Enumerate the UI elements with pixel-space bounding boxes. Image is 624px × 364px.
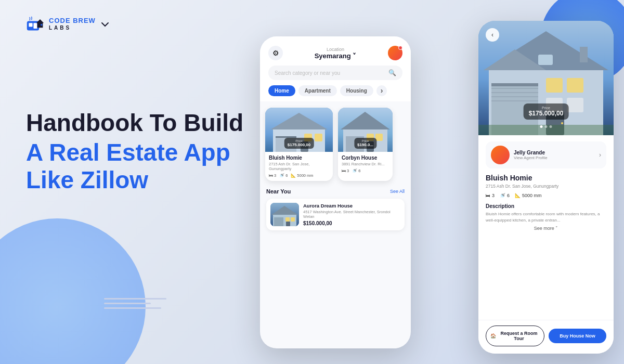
near-house-name: Aurora Dream House xyxy=(303,203,400,209)
bg-line-3 xyxy=(104,307,161,309)
user-avatar[interactable] xyxy=(388,46,402,60)
svg-rect-24 xyxy=(291,217,295,222)
svg-rect-25 xyxy=(286,222,290,226)
svg-rect-2 xyxy=(33,23,37,29)
property-cards-row: Price $175.000,00 Bluish Homie 2715 Ash … xyxy=(260,101,411,185)
search-placeholder-text: Search category or near you xyxy=(275,70,388,76)
area-icon-1: 📐 xyxy=(291,173,296,178)
bottom-actions: 🏠 Request a Room Tour Buy House Now xyxy=(478,320,614,354)
dot-1 xyxy=(540,125,543,128)
svg-point-41 xyxy=(561,122,563,124)
bg-line-1 xyxy=(104,298,166,300)
detail-prop-addr: 2715 Ash Dr. San Jose, Gunungparty xyxy=(486,184,606,189)
prop-name-2: Corbyn House xyxy=(342,155,389,161)
right-price-value: $175.000,00 xyxy=(529,110,564,117)
near-house-addr: 4517 Washington Ave. Street Manchester, … xyxy=(303,210,400,219)
prop-addr-2: 3891 Ranchview Dr. Ri... xyxy=(342,162,389,166)
gear-icon[interactable]: ⚙ xyxy=(268,46,283,60)
prop-addr-1: 2715 Ash Dr. San Jose, Gunungparty xyxy=(269,162,329,171)
detail-prop-name: Bluish Homie xyxy=(486,174,606,182)
dot-3 xyxy=(550,125,552,128)
agent-row[interactable]: Jelly Grande View Agent Profile › xyxy=(486,141,606,168)
logo-arrow-icon xyxy=(100,19,110,29)
prop-area-1: 📐 5000 mm xyxy=(291,173,313,178)
tab-housing[interactable]: Housing xyxy=(340,85,373,96)
near-you-section: Near You See All xyxy=(260,185,411,233)
svg-point-3 xyxy=(41,24,43,26)
near-house-price: $150.000,00 xyxy=(303,220,400,226)
svg-rect-37 xyxy=(567,78,583,93)
location-chevron-icon: ˅ xyxy=(353,52,356,60)
prop-beds-1: 🛏 3 xyxy=(269,173,276,178)
svg-rect-1 xyxy=(29,23,32,27)
bg-lines xyxy=(104,298,166,312)
bath-icon-2: 🚿 xyxy=(352,168,357,173)
prop-stats-1: 🛏 3 🚿 6 📐 5000 mm xyxy=(269,173,329,178)
phone-right-hero: ‹ Price $175.000,00 xyxy=(478,21,614,135)
prop-stats-2: 🛏 3 🚿 6 xyxy=(342,168,389,173)
dot-2 xyxy=(545,125,548,128)
near-you-header: Near You See All xyxy=(266,188,405,194)
prop-baths-1: 🚿 6 xyxy=(279,173,288,178)
tab-apartment[interactable]: Apartment xyxy=(298,85,337,96)
prop-beds-2: 🛏 3 xyxy=(342,168,349,173)
property-card-image-2: Price $190.0... xyxy=(338,108,393,152)
property-card-image-1: Price $175.000,00 xyxy=(265,108,333,152)
area-icon-detail: 📐 xyxy=(515,193,521,198)
near-house-illustration xyxy=(270,203,299,226)
desc-text: Bluish Homie offers comfortable room wit… xyxy=(486,211,606,224)
near-house-image xyxy=(270,203,299,226)
detail-beds: 🛏 3 xyxy=(486,193,495,198)
property-card-2[interactable]: Price $190.0... Corbyn House 3891 Ranchv… xyxy=(338,108,393,181)
dot-indicators xyxy=(540,125,552,128)
near-you-title: Near You xyxy=(266,188,291,194)
tab-home[interactable]: Home xyxy=(268,85,295,96)
svg-rect-10 xyxy=(315,134,322,141)
near-you-card[interactable]: Aurora Dream House 4517 Washington Ave. … xyxy=(266,199,405,230)
bath-icon-detail: 🚿 xyxy=(500,193,505,198)
agent-avatar xyxy=(491,146,510,164)
bed-icon-detail: 🛏 xyxy=(486,193,490,198)
svg-rect-39 xyxy=(567,98,583,112)
see-more[interactable]: See more ˅ xyxy=(486,226,606,231)
svg-rect-23 xyxy=(285,217,290,222)
phone-middle: ⚙ Location Syemarang ˅ Search category o… xyxy=(260,36,411,348)
phones-container: ⚙ Location Syemarang ˅ Search category o… xyxy=(218,21,614,359)
phone-right-body: Jelly Grande View Agent Profile › Bluish… xyxy=(478,135,614,240)
svg-rect-43 xyxy=(538,55,553,65)
svg-rect-36 xyxy=(546,78,563,93)
filter-tabs: Home Apartment Housing › xyxy=(268,85,402,96)
svg-rect-17 xyxy=(375,134,383,141)
logo-icon xyxy=(26,15,45,33)
chevron-right-icon: › xyxy=(599,151,601,159)
price-label-1: Price xyxy=(288,139,311,142)
detail-stats: 🛏 3 🚿 6 📐 5000 mm xyxy=(486,193,606,198)
tab-more[interactable]: › xyxy=(376,85,387,96)
detail-area: 📐 5000 mm xyxy=(515,193,542,198)
price-badge-2: Price $190.0... xyxy=(354,138,376,149)
see-all-link[interactable]: See All xyxy=(390,189,405,194)
desc-title: Description xyxy=(486,203,606,209)
avatar-notification-dot xyxy=(398,46,402,50)
location-row: ⚙ Location Syemarang ˅ xyxy=(268,46,402,60)
prop-card-info-1: Bluish Homie 2715 Ash Dr. San Jose, Gunu… xyxy=(265,152,333,181)
logo-text: CODE BREW LABS xyxy=(49,17,96,31)
phone-middle-header: ⚙ Location Syemarang ˅ Search category o… xyxy=(260,36,411,101)
location-center: Location Syemarang ˅ xyxy=(315,47,357,60)
price-value-1: $175.000,00 xyxy=(288,142,311,147)
price-badge-1: Price $175.000,00 xyxy=(284,138,314,149)
price-label-2: Price xyxy=(357,139,373,142)
bg-blob-bottom-left xyxy=(0,218,146,364)
back-button[interactable]: ‹ xyxy=(486,28,499,42)
description-section: Description Bluish Homie offers comforta… xyxy=(486,203,606,231)
search-bar[interactable]: Search category or near you 🔍 xyxy=(268,66,402,80)
bed-icon-2: 🛏 xyxy=(342,168,346,173)
agent-role: View Agent Profile xyxy=(514,155,595,160)
agent-info: Jelly Grande View Agent Profile xyxy=(514,150,595,160)
request-tour-button[interactable]: 🏠 Request a Room Tour xyxy=(486,326,544,346)
location-value: Syemarang ˅ xyxy=(315,52,357,60)
buy-now-button[interactable]: Buy House Now xyxy=(549,329,606,343)
prop-name-1: Bluish Homie xyxy=(269,155,329,161)
property-card-1[interactable]: Price $175.000,00 Bluish Homie 2715 Ash … xyxy=(265,108,333,181)
bath-icon-1: 🚿 xyxy=(279,173,284,178)
